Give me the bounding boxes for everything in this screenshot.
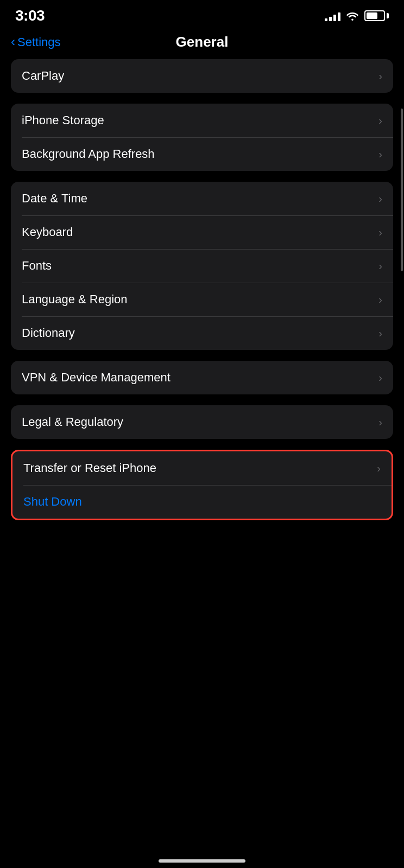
back-chevron-icon: ‹ bbox=[11, 34, 15, 49]
language-region-item[interactable]: Language & Region › bbox=[11, 283, 393, 316]
vpn-group: VPN & Device Management › bbox=[11, 361, 393, 394]
settings-content: CarPlay › iPhone Storage › Background Ap… bbox=[0, 59, 404, 520]
carplay-chevron-icon: › bbox=[378, 70, 382, 82]
shut-down-label: Shut Down bbox=[23, 495, 82, 509]
legal-regulatory-chevron-icon: › bbox=[378, 416, 382, 429]
iphone-storage-item[interactable]: iPhone Storage › bbox=[11, 104, 393, 137]
keyboard-chevron-icon: › bbox=[378, 226, 382, 239]
vpn-device-chevron-icon: › bbox=[378, 372, 382, 384]
vpn-device-label: VPN & Device Management bbox=[22, 371, 171, 385]
background-app-refresh-item[interactable]: Background App Refresh › bbox=[11, 137, 393, 171]
page-title: General bbox=[176, 34, 229, 50]
locale-group: Date & Time › Keyboard › Fonts › Languag… bbox=[11, 182, 393, 350]
dictionary-chevron-icon: › bbox=[378, 327, 382, 340]
keyboard-label: Keyboard bbox=[22, 225, 73, 239]
nav-bar: ‹ Settings General bbox=[0, 28, 404, 59]
fonts-item[interactable]: Fonts › bbox=[11, 249, 393, 283]
shut-down-item[interactable]: Shut Down bbox=[12, 485, 392, 519]
wifi-icon bbox=[346, 11, 359, 21]
language-region-chevron-icon: › bbox=[378, 293, 382, 306]
keyboard-item[interactable]: Keyboard › bbox=[11, 215, 393, 249]
back-button[interactable]: ‹ Settings bbox=[11, 35, 61, 49]
date-time-label: Date & Time bbox=[22, 192, 87, 206]
storage-group: iPhone Storage › Background App Refresh … bbox=[11, 104, 393, 171]
home-indicator bbox=[159, 859, 245, 863]
legal-regulatory-item[interactable]: Legal & Regulatory › bbox=[11, 405, 393, 439]
legal-regulatory-label: Legal & Regulatory bbox=[22, 415, 123, 429]
carplay-item[interactable]: CarPlay › bbox=[11, 59, 393, 93]
back-label: Settings bbox=[17, 35, 61, 49]
language-region-label: Language & Region bbox=[22, 292, 128, 307]
fonts-chevron-icon: › bbox=[378, 260, 382, 272]
iphone-storage-chevron-icon: › bbox=[378, 114, 382, 127]
vpn-device-item[interactable]: VPN & Device Management › bbox=[11, 361, 393, 394]
scrollbar[interactable] bbox=[401, 108, 403, 271]
carplay-label: CarPlay bbox=[22, 69, 64, 83]
background-app-refresh-label: Background App Refresh bbox=[22, 147, 155, 161]
fonts-label: Fonts bbox=[22, 259, 52, 273]
dictionary-item[interactable]: Dictionary › bbox=[11, 316, 393, 350]
status-icons bbox=[325, 10, 389, 21]
dictionary-label: Dictionary bbox=[22, 326, 75, 340]
carplay-group: CarPlay › bbox=[11, 59, 393, 93]
date-time-item[interactable]: Date & Time › bbox=[11, 182, 393, 215]
legal-group: Legal & Regulatory › bbox=[11, 405, 393, 439]
signal-icon bbox=[325, 10, 340, 21]
transfer-reset-item[interactable]: Transfer or Reset iPhone › bbox=[12, 451, 392, 485]
background-app-refresh-chevron-icon: › bbox=[378, 148, 382, 161]
status-time: 3:03 bbox=[15, 7, 45, 24]
date-time-chevron-icon: › bbox=[378, 193, 382, 205]
status-bar: 3:03 bbox=[0, 0, 404, 28]
transfer-reset-label: Transfer or Reset iPhone bbox=[23, 461, 156, 475]
transfer-reset-chevron-icon: › bbox=[377, 462, 381, 475]
iphone-storage-label: iPhone Storage bbox=[22, 113, 104, 127]
battery-icon bbox=[364, 10, 389, 21]
reset-group: Transfer or Reset iPhone › Shut Down bbox=[11, 450, 393, 520]
